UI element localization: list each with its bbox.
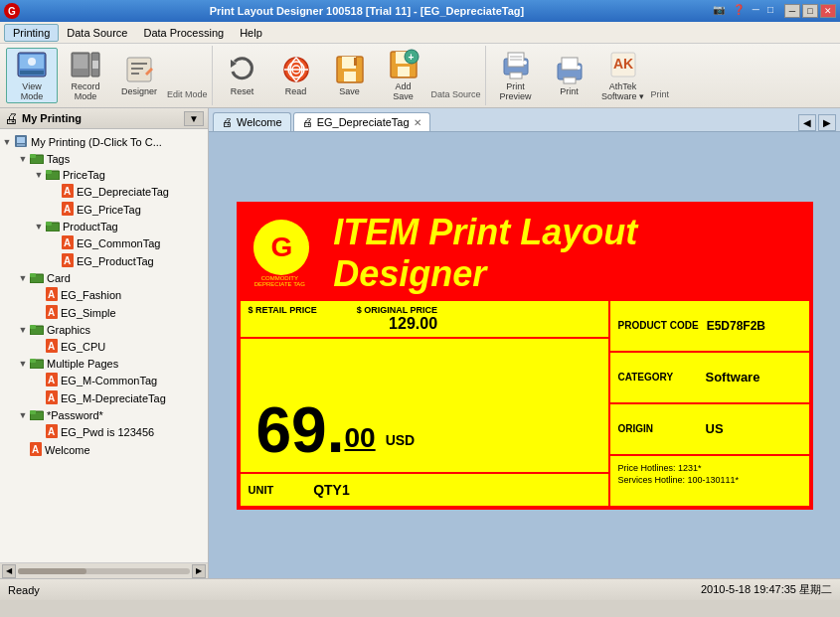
menu-datasource[interactable]: Data Source xyxy=(59,25,135,41)
tag-product-code-row: PRODUCT CODE E5D78F2B xyxy=(610,301,809,353)
tree-label-eg-m-depreciatetag: EG_M-DepreciateTag xyxy=(61,392,166,404)
sidebar-horizontal-scrollbar[interactable]: ◀ ▶ xyxy=(0,562,208,578)
tree-node-graphics-folder[interactable]: ▼Graphics xyxy=(0,322,208,338)
tree-node-pricetag-folder[interactable]: ▼PriceTag xyxy=(0,167,208,183)
tree-node-eg-cpu[interactable]: AEG_CPU xyxy=(0,338,208,356)
tree-icon-producttag-folder xyxy=(46,220,60,233)
scroll-left-button[interactable]: ◀ xyxy=(2,564,16,578)
svg-rect-45 xyxy=(46,170,52,174)
main-price-currency: USD xyxy=(386,432,416,448)
origin-label: ORIGIN xyxy=(618,423,698,434)
view-mode-icon xyxy=(16,49,48,80)
toolbar: ViewMode RecordMode xyxy=(0,44,840,108)
tree-node-eg-pwd[interactable]: AEG_Pwd is 123456 xyxy=(0,423,208,441)
tag-logo-circle: G xyxy=(253,220,309,275)
tree-label-producttag-folder: ProductTag xyxy=(63,221,118,232)
designer-button[interactable]: Designer xyxy=(113,48,165,103)
tab-prev-button[interactable]: ◀ xyxy=(798,114,816,131)
athtek-label: AthTekSoftware ▾ xyxy=(601,82,644,102)
minimize-button[interactable]: ─ xyxy=(784,4,800,18)
tag-body: $ RETAIL PRICE $ ORIGINAL PRICE 129.00 6… xyxy=(241,301,809,506)
save-label: Save xyxy=(339,87,360,97)
scroll-thumb xyxy=(18,568,86,574)
print-sublabel: Print xyxy=(651,87,670,103)
tag-category-row: CATEGORY Software xyxy=(610,353,809,404)
tab-welcome-label: Welcome xyxy=(237,116,282,128)
tree-node-eg-commontag[interactable]: AEG_CommonTag xyxy=(0,234,208,252)
tree-label-eg-pricetag: EG_PriceTag xyxy=(77,204,141,216)
add-save-button[interactable]: + AddSave xyxy=(378,48,429,103)
svg-point-36 xyxy=(577,66,581,70)
tree-node-multiple-pages-folder[interactable]: ▼Multiple Pages xyxy=(0,356,208,372)
sidebar-title: My Printing xyxy=(22,112,180,124)
tab-close-button[interactable]: ✕ xyxy=(414,117,421,128)
view-mode-button[interactable]: ViewMode xyxy=(6,48,58,103)
tag-right: PRODUCT CODE E5D78F2B CATEGORY Software … xyxy=(610,301,809,506)
print-group: PrintPreview Print AK AthTekSoftware ▾ xyxy=(486,46,674,105)
tab-welcome[interactable]: 🖨 Welcome xyxy=(213,112,291,131)
original-price-label: $ ORIGINAL PRICE xyxy=(357,305,437,315)
tree-label-tags-folder: Tags xyxy=(47,153,70,165)
svg-rect-29 xyxy=(510,73,522,78)
sidebar-dropdown-button[interactable]: ▼ xyxy=(184,111,204,126)
tree-label-welcome: Welcome xyxy=(45,444,90,456)
svg-text:A: A xyxy=(64,255,71,266)
svg-rect-41 xyxy=(17,144,25,146)
edit-mode-sublabel: Edit Mode xyxy=(167,87,208,103)
tree-label-eg-simple: EG_Simple xyxy=(61,307,116,319)
svg-rect-18 xyxy=(342,57,356,69)
scroll-right-button[interactable]: ▶ xyxy=(192,564,206,578)
record-mode-button[interactable]: RecordMode xyxy=(60,48,111,103)
read-icon xyxy=(280,54,312,85)
tree-icon-pricetag-folder xyxy=(46,168,60,182)
menu-dataprocessing[interactable]: Data Processing xyxy=(135,25,232,41)
tree-node-card-folder[interactable]: ▼Card xyxy=(0,270,208,286)
edit-mode-group: ViewMode RecordMode xyxy=(2,46,213,105)
tab-eg-depreciatetag[interactable]: 🖨 EG_DepreciateTag ✕ xyxy=(293,112,430,131)
tree-label-eg-pwd: EG_Pwd is 123456 xyxy=(61,426,154,438)
statusbar: Ready 2010-5-18 19:47:35 星期二 xyxy=(0,578,840,600)
tree-icon-multiple-pages-folder xyxy=(30,357,44,371)
svg-rect-73 xyxy=(30,410,36,414)
tree-icon-password-folder xyxy=(30,408,44,422)
tree-label-eg-depreciatetag: EG_DepreciateTag xyxy=(77,186,169,198)
tree-node-eg-m-commontag[interactable]: AEG_M-CommonTag xyxy=(0,372,208,389)
save-icon xyxy=(334,54,366,85)
svg-rect-20 xyxy=(354,58,357,66)
menu-printing[interactable]: Printing xyxy=(4,24,59,42)
save-button[interactable]: Save xyxy=(324,48,376,103)
maximize-button[interactable]: □ xyxy=(802,4,818,18)
tag-origin-row: ORIGIN US xyxy=(610,404,809,456)
tree-node-eg-simple[interactable]: AEG_Simple xyxy=(0,304,208,322)
content-area: 🖨 Welcome 🖨 EG_DepreciateTag ✕ ◀ ▶ G xyxy=(209,108,840,578)
reset-button[interactable]: Reset xyxy=(217,48,268,103)
svg-rect-67 xyxy=(30,359,36,363)
app-icon: G xyxy=(4,3,20,19)
print-preview-button[interactable]: PrintPreview xyxy=(490,48,542,103)
tree-node-password-folder[interactable]: ▼*Password* xyxy=(0,407,208,423)
tree-node-eg-pricetag[interactable]: AEG_PriceTag xyxy=(0,201,208,219)
tree-node-welcome[interactable]: AWelcome xyxy=(0,441,208,459)
tab-next-button[interactable]: ▶ xyxy=(818,114,836,131)
tag-hotlines-row: Price Hotlines: 1231* Services Hotline: … xyxy=(610,456,809,506)
read-button[interactable]: Read xyxy=(270,48,322,103)
tree-node-eg-depreciatetag[interactable]: AEG_DepreciateTag xyxy=(0,183,208,201)
secondary-toolbar-icons[interactable]: 📷 ❓ ─ □ xyxy=(710,4,776,18)
tree-node-producttag-folder[interactable]: ▼ProductTag xyxy=(0,219,208,234)
close-button[interactable]: ✕ xyxy=(820,4,836,18)
tree-icon-eg-cpu: A xyxy=(46,339,58,355)
tree-label-multiple-pages-folder: Multiple Pages xyxy=(47,358,118,370)
tree-node-my-printing[interactable]: ▼My Printing (D-Click To C... xyxy=(0,133,208,151)
menu-help[interactable]: Help xyxy=(232,25,270,41)
tree-node-eg-fashion[interactable]: AEG_Fashion xyxy=(0,286,208,304)
tree-node-eg-m-depreciatetag[interactable]: AEG_M-DepreciateTag xyxy=(0,389,208,407)
hotlines-text: Price Hotlines: 1231* Services Hotline: … xyxy=(618,462,740,487)
athtek-software-button[interactable]: AK AthTekSoftware ▾ xyxy=(597,48,649,103)
tree-icon-eg-pwd: A xyxy=(46,424,58,440)
tree-node-tags-folder[interactable]: ▼Tags xyxy=(0,151,208,167)
tree-node-eg-producttag[interactable]: AEG_ProductTag xyxy=(0,252,208,270)
designer-label: Designer xyxy=(121,87,157,97)
datasource-sublabel: Data Source xyxy=(431,87,481,103)
print-button[interactable]: Print xyxy=(544,48,595,103)
original-price-value: 129.00 xyxy=(357,315,437,333)
